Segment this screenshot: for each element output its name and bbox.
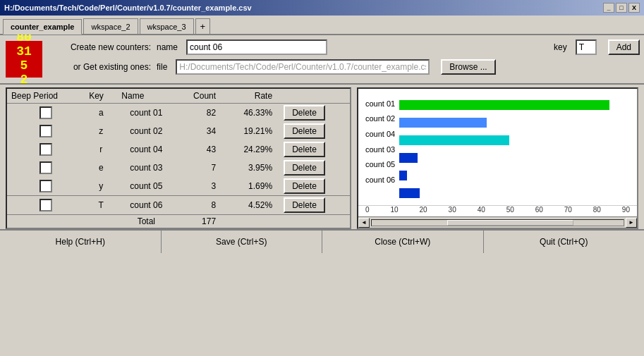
axis-tick: 0 — [365, 206, 370, 214]
bottom-save-button[interactable]: Save (Ctrl+S) — [162, 231, 323, 253]
delete-button-5[interactable]: Delete — [284, 197, 325, 213]
maximize-button[interactable]: □ — [616, 3, 627, 13]
axis-tick: 30 — [449, 206, 456, 214]
beep-checkbox-1[interactable] — [40, 125, 52, 137]
chart-bar-5 — [399, 188, 420, 198]
bottom-bar: Help (Ctrl+H)Save (Ctrl+S)Close (Ctrl+W)… — [0, 229, 644, 253]
rate-cell-3: 3.95% — [223, 159, 279, 177]
minimize-button[interactable]: _ — [603, 3, 614, 13]
col-beep-period: Beep Period — [7, 89, 85, 104]
counter-table: Beep Period Key Name Count Rate a count … — [7, 89, 350, 228]
logo-wrapper: 80 31 5 2 — [0, 35, 48, 83]
bottom-help-button[interactable]: Help (Ctrl+H) — [0, 231, 162, 253]
name-cell-3: count 03 — [117, 159, 175, 177]
name-cell-5: count 06 — [117, 196, 175, 215]
chart-bar-2 — [399, 135, 509, 145]
beep-checkbox-2[interactable] — [40, 143, 52, 156]
rate-cell-1: 19.21% — [223, 122, 279, 140]
total-beep-cell — [7, 215, 85, 228]
chart-inner: count 01count 02count 04count 03count 05… — [358, 89, 637, 205]
rate-cell-0: 46.33% — [223, 104, 279, 123]
delete-cell-0: Delete — [279, 104, 350, 123]
axis-ticks: 0102030405060708090 — [365, 206, 630, 214]
chart-bar-row-1 — [399, 117, 630, 128]
chart-label-4: count 05 — [365, 160, 395, 168]
table-row: y count 05 3 1.69% Delete — [7, 177, 350, 196]
create-label: Create new counters: — [52, 42, 151, 52]
chart-bar-3 — [399, 153, 417, 163]
count-cell-2: 43 — [175, 140, 223, 159]
chart-bar-row-5 — [399, 188, 630, 199]
bottom-close-button[interactable]: Close (Ctrl+W) — [322, 231, 484, 253]
middle-section: Beep Period Key Name Count Rate a count … — [0, 87, 644, 229]
beep-checkbox-0[interactable] — [40, 106, 52, 119]
beep-checkbox-3[interactable] — [40, 161, 52, 174]
delete-button-0[interactable]: Delete — [284, 105, 325, 121]
name-cell-1: count 02 — [117, 122, 175, 140]
chart-bar-row-4 — [399, 170, 630, 181]
scroll-right-button[interactable]: ► — [626, 218, 637, 228]
beep-cell-5 — [7, 196, 85, 215]
name-cell-4: count 05 — [117, 177, 175, 196]
chart-bar-4 — [399, 171, 407, 180]
table-row: a count 01 82 46.33% Delete — [7, 104, 350, 123]
delete-button-1[interactable]: Delete — [284, 123, 325, 139]
beep-cell-0 — [7, 104, 85, 123]
scrollbar-thumb[interactable] — [447, 220, 573, 226]
table-row: e count 03 7 3.95% Delete — [7, 159, 350, 177]
col-name: Name — [117, 89, 175, 104]
total-label-cell: Total — [117, 215, 175, 228]
chart-bar-1 — [399, 118, 486, 128]
table-row: T count 06 8 4.52% Delete — [7, 196, 350, 215]
key-cell-4: y — [85, 177, 117, 196]
scrollbar-track[interactable] — [371, 219, 624, 226]
name-cell-2: count 04 — [117, 140, 175, 159]
browse-button[interactable]: Browse ... — [441, 59, 495, 75]
name-label: name — [157, 42, 178, 52]
count-cell-0: 82 — [175, 104, 223, 123]
axis-tick: 50 — [506, 206, 514, 214]
tab-counter-example[interactable]: counter_example — [3, 19, 82, 35]
chart-scrollbar: ◄ ► — [358, 216, 637, 228]
delete-button-2[interactable]: Delete — [284, 142, 325, 157]
tab-wkspace-3[interactable]: wkspace_3 — [140, 18, 194, 34]
tab-add-button[interactable]: + — [195, 18, 211, 34]
beep-cell-2 — [7, 140, 85, 159]
delete-cell-1: Delete — [279, 122, 350, 140]
beep-cell-3 — [7, 159, 85, 177]
axis-tick: 20 — [420, 206, 427, 214]
count-cell-4: 3 — [175, 177, 223, 196]
logo-text: 80 31 5 2 — [16, 31, 32, 87]
bottom-quit-button[interactable]: Quit (Ctrl+Q) — [484, 231, 645, 253]
chart-bar-row-0 — [399, 99, 630, 111]
chart-label-3: count 03 — [365, 145, 395, 154]
get-label: or Get existing ones: — [52, 62, 151, 72]
chart-label-2: count 04 — [365, 130, 395, 138]
col-rate: Rate — [223, 89, 279, 104]
total-rate-cell — [223, 215, 279, 228]
close-button[interactable]: X — [628, 3, 640, 13]
axis-tick: 10 — [390, 206, 398, 214]
axis-tick: 40 — [478, 206, 485, 214]
col-key: Key — [85, 89, 117, 104]
name-input[interactable] — [186, 39, 327, 55]
form-fields: Create new counters: name key Add or Get… — [48, 35, 644, 83]
beep-cell-1 — [7, 122, 85, 140]
name-cell-0: count 01 — [117, 104, 175, 123]
chart-bar-0 — [399, 100, 609, 110]
add-button[interactable]: Add — [608, 39, 640, 55]
chart-bar-row-3 — [399, 152, 630, 164]
delete-button-3[interactable]: Delete — [284, 160, 325, 176]
delete-cell-4: Delete — [279, 177, 350, 196]
tab-wkspace-2[interactable]: wkspace_2 — [83, 18, 138, 34]
delete-button-4[interactable]: Delete — [284, 178, 325, 194]
scroll-left-button[interactable]: ◄ — [358, 218, 370, 228]
chart-label-1: count 02 — [365, 114, 395, 123]
file-input[interactable] — [176, 59, 430, 75]
beep-checkbox-4[interactable] — [40, 180, 52, 192]
key-input[interactable] — [576, 39, 597, 55]
key-cell-3: e — [85, 159, 117, 177]
delete-cell-5: Delete — [279, 196, 350, 215]
axis-tick: 60 — [535, 206, 543, 214]
beep-checkbox-5[interactable] — [40, 199, 52, 211]
